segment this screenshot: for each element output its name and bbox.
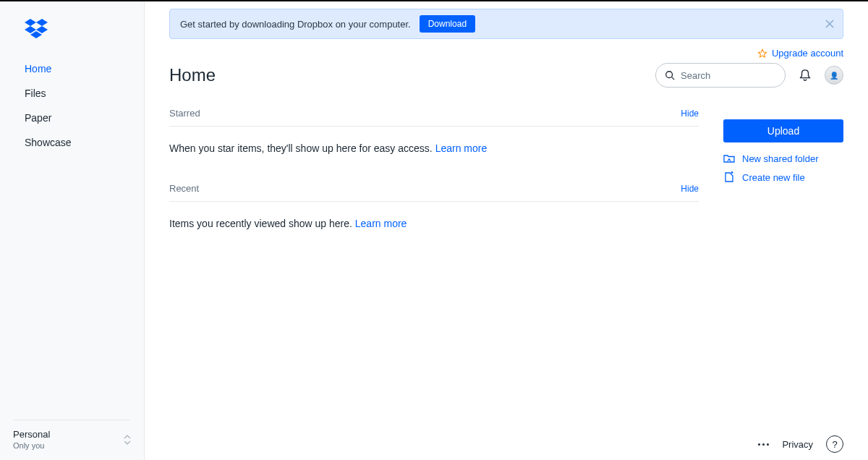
dropbox-icon <box>25 19 48 38</box>
sidebar: Home Files Paper Showcase Personal Only … <box>0 1 145 460</box>
svg-point-0 <box>666 72 673 78</box>
star-icon <box>757 48 767 59</box>
privacy-link[interactable]: Privacy <box>782 439 813 450</box>
sidebar-item-showcase[interactable]: Showcase <box>0 130 144 155</box>
search-input[interactable] <box>681 70 776 81</box>
sidebar-item-paper[interactable]: Paper <box>0 106 144 130</box>
new-file-label: Create new file <box>742 172 805 183</box>
starred-empty-text: When you star items, they'll show up her… <box>169 142 433 154</box>
sidebar-item-files[interactable]: Files <box>0 81 144 106</box>
shared-folder-icon <box>723 153 735 164</box>
banner-text: Get started by downloading Dropbox on yo… <box>180 19 411 30</box>
starred-header: Starred Hide <box>169 108 699 127</box>
download-button[interactable]: Download <box>420 15 475 33</box>
create-new-file-link[interactable]: Create new file <box>723 171 843 183</box>
page-title: Home <box>169 65 216 85</box>
avatar[interactable]: 👤 <box>825 66 843 85</box>
new-file-icon <box>723 171 735 183</box>
account-name: Personal <box>13 429 50 440</box>
recent-header: Recent Hide <box>169 183 699 202</box>
chevron-updown-icon <box>124 435 131 445</box>
upload-button[interactable]: Upload <box>723 119 843 142</box>
main-content: Get started by downloading Dropbox on yo… <box>145 1 868 460</box>
logo[interactable] <box>0 1 144 54</box>
starred-empty: When you star items, they'll show up her… <box>169 127 699 183</box>
more-menu[interactable] <box>758 443 769 446</box>
recent-empty-text: Items you recently viewed show up here. <box>169 218 352 229</box>
sidebar-nav: Home Files Paper Showcase <box>0 54 144 155</box>
download-banner: Get started by downloading Dropbox on yo… <box>169 9 843 39</box>
new-shared-folder-link[interactable]: New shared folder <box>723 153 843 164</box>
account-switcher[interactable]: Personal Only you <box>13 419 131 460</box>
recent-empty: Items you recently viewed show up here. … <box>169 202 699 258</box>
bell-icon[interactable] <box>799 69 812 82</box>
search-icon <box>665 70 675 80</box>
upgrade-label: Upgrade account <box>772 48 843 59</box>
sidebar-item-home[interactable]: Home <box>0 56 144 81</box>
recent-hide-link[interactable]: Hide <box>681 184 699 194</box>
help-button[interactable]: ? <box>826 435 843 453</box>
recent-learn-more-link[interactable]: Learn more <box>355 218 407 229</box>
search-box[interactable] <box>655 63 786 88</box>
close-icon[interactable] <box>824 18 835 30</box>
starred-hide-link[interactable]: Hide <box>681 108 699 119</box>
recent-title: Recent <box>169 183 199 194</box>
starred-learn-more-link[interactable]: Learn more <box>435 142 488 154</box>
account-subtitle: Only you <box>13 441 50 450</box>
upgrade-account-link[interactable]: Upgrade account <box>169 48 843 59</box>
starred-title: Starred <box>169 108 200 119</box>
shared-folder-label: New shared folder <box>742 153 819 164</box>
